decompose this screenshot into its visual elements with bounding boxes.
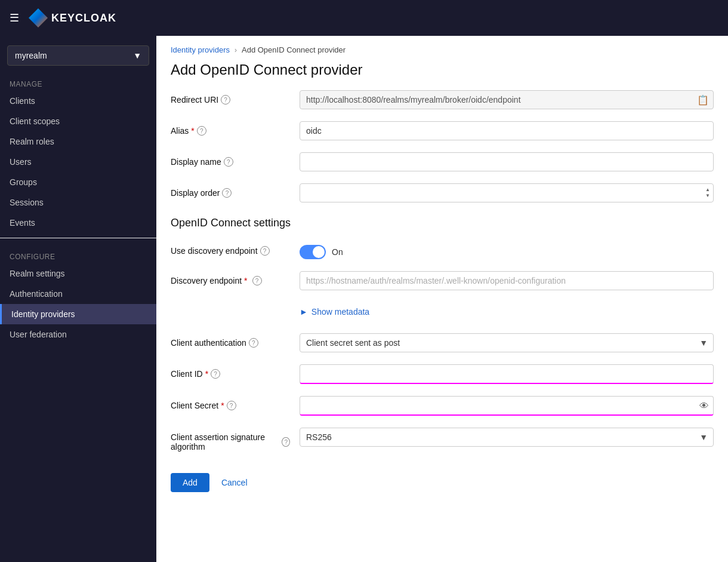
sidebar-item-client-scopes[interactable]: Client scopes xyxy=(0,111,156,131)
main-layout: myrealm ▼ Manage Clients Client scopes R… xyxy=(0,36,728,562)
sig-algo-control: RS256 RS384 RS512 ES256 ES384 ES512 ▼ xyxy=(300,428,714,447)
configure-section-label: Configure xyxy=(0,248,156,263)
sidebar-item-clients[interactable]: Clients xyxy=(0,91,156,111)
sidebar-item-users[interactable]: Users xyxy=(0,152,156,172)
toggle-wrap: On xyxy=(300,241,714,259)
client-secret-input-wrap: 👁 xyxy=(300,396,714,416)
events-label: Events xyxy=(10,218,35,228)
alias-row: Alias * ? xyxy=(171,121,714,140)
client-auth-row: Client authentication ? Client secret se… xyxy=(171,333,714,352)
copy-icon[interactable]: 📋 xyxy=(697,94,709,106)
show-metadata-link[interactable]: ► Show metadata xyxy=(300,302,714,321)
toggle-label: On xyxy=(332,247,343,257)
redirect-uri-help-icon[interactable]: ? xyxy=(221,95,230,105)
number-up-arrow[interactable]: ▲ xyxy=(704,187,711,193)
add-button[interactable]: Add xyxy=(171,473,209,492)
show-metadata-label: Show metadata xyxy=(311,307,369,317)
client-secret-row: Client Secret * ? 👁 xyxy=(171,396,714,416)
sidebar-item-sessions[interactable]: Sessions xyxy=(0,192,156,213)
use-discovery-control: On xyxy=(300,241,714,259)
form-area: Redirect URI ? 📋 Alias * ? xyxy=(156,90,728,516)
client-id-help-icon[interactable]: ? xyxy=(211,369,220,379)
sidebar-item-realm-settings[interactable]: Realm settings xyxy=(0,263,156,284)
sidebar-item-groups[interactable]: Groups xyxy=(0,172,156,192)
sidebar-item-realm-roles[interactable]: Realm roles xyxy=(0,131,156,152)
redirect-uri-row: Redirect URI ? 📋 xyxy=(171,90,714,109)
client-secret-input[interactable] xyxy=(300,396,714,416)
toggle-knob xyxy=(313,246,325,258)
sidebar-item-authentication[interactable]: Authentication xyxy=(0,284,156,304)
alias-help-icon[interactable]: ? xyxy=(197,126,206,136)
action-row: Add Cancel xyxy=(171,463,714,492)
logo-area: KEYCLOAK xyxy=(29,8,116,27)
use-discovery-help-icon[interactable]: ? xyxy=(260,246,270,256)
client-scopes-label: Client scopes xyxy=(10,116,60,126)
discovery-endpoint-control xyxy=(300,271,714,290)
sig-algo-label: Client assertion signature algorithm ? xyxy=(171,428,290,452)
display-name-help-icon[interactable]: ? xyxy=(224,157,233,167)
show-metadata-row: ► Show metadata xyxy=(171,302,714,321)
client-secret-label: Client Secret * ? xyxy=(171,396,290,410)
realm-selector[interactable]: myrealm ▼ xyxy=(7,45,149,66)
display-order-control: ▲ ▼ xyxy=(300,183,714,202)
use-discovery-label: Use discovery endpoint ? xyxy=(171,241,290,256)
breadcrumb-separator: › xyxy=(235,46,237,54)
display-order-input[interactable] xyxy=(300,183,714,202)
users-label: Users xyxy=(10,157,32,167)
sidebar-item-events[interactable]: Events xyxy=(0,213,156,233)
hamburger-icon[interactable]: ☰ xyxy=(10,11,19,24)
client-auth-control: Client secret sent as post Client secret… xyxy=(300,333,714,352)
display-name-control xyxy=(300,152,714,171)
use-discovery-row: Use discovery endpoint ? On xyxy=(171,241,714,259)
topbar: ☰ KEYCLOAK xyxy=(0,0,728,36)
redirect-uri-label: Redirect URI ? xyxy=(171,90,290,105)
sig-algo-select[interactable]: RS256 RS384 RS512 ES256 ES384 ES512 xyxy=(300,428,714,447)
number-down-arrow[interactable]: ▼ xyxy=(704,193,711,199)
sidebar-item-identity-providers[interactable]: Identity providers xyxy=(0,304,156,324)
discovery-endpoint-input[interactable] xyxy=(300,271,714,290)
redirect-uri-input-wrap: 📋 xyxy=(300,90,714,109)
display-order-label: Display order ? xyxy=(171,183,290,198)
display-name-input[interactable] xyxy=(300,152,714,171)
client-secret-help-icon[interactable]: ? xyxy=(227,401,236,410)
sig-algo-select-wrap: RS256 RS384 RS512 ES256 ES384 ES512 ▼ xyxy=(300,428,714,447)
chevron-right-icon: ► xyxy=(300,307,308,317)
breadcrumb-link[interactable]: Identity providers xyxy=(171,45,230,54)
display-name-row: Display name ? xyxy=(171,152,714,171)
alias-control xyxy=(300,121,714,140)
sig-algo-help-icon[interactable]: ? xyxy=(282,437,290,447)
content-area: Identity providers › Add OpenID Connect … xyxy=(156,36,728,562)
clients-label: Clients xyxy=(10,96,35,106)
client-auth-help-icon[interactable]: ? xyxy=(249,338,258,348)
client-auth-select[interactable]: Client secret sent as post Client secret… xyxy=(300,333,714,352)
logo-text: KEYCLOAK xyxy=(51,12,116,24)
discovery-endpoint-help-icon[interactable]: ? xyxy=(252,276,262,285)
client-id-input[interactable] xyxy=(300,364,714,384)
alias-label: Alias * ? xyxy=(171,121,290,136)
cancel-button[interactable]: Cancel xyxy=(219,473,250,492)
sig-algo-row: Client assertion signature algorithm ? R… xyxy=(171,428,714,452)
authentication-label: Authentication xyxy=(10,289,63,299)
alias-input[interactable] xyxy=(300,121,714,140)
redirect-uri-control: 📋 xyxy=(300,90,714,109)
sessions-label: Sessions xyxy=(10,198,44,207)
oidc-section-heading: OpenID Connect settings xyxy=(171,217,714,229)
client-id-row: Client ID * ? xyxy=(171,364,714,384)
manage-section-label: Manage xyxy=(0,75,156,91)
display-order-help-icon[interactable]: ? xyxy=(222,188,232,198)
use-discovery-toggle[interactable] xyxy=(300,245,326,259)
realm-dropdown-icon: ▼ xyxy=(133,51,141,60)
eye-icon[interactable]: 👁 xyxy=(699,401,709,411)
discovery-endpoint-row: Discovery endpoint * ? xyxy=(171,271,714,290)
realm-settings-label: Realm settings xyxy=(10,269,65,278)
client-auth-label: Client authentication ? xyxy=(171,333,290,348)
display-order-wrap: ▲ ▼ xyxy=(300,183,714,202)
show-metadata-spacer xyxy=(171,302,290,307)
redirect-uri-input xyxy=(300,90,714,109)
number-arrows: ▲ ▼ xyxy=(704,183,711,202)
sidebar-item-user-federation[interactable]: User federation xyxy=(0,324,156,345)
breadcrumb-current: Add OpenID Connect provider xyxy=(242,45,346,54)
realm-name: myrealm xyxy=(15,51,47,60)
page-title: Add OpenID Connect provider xyxy=(156,59,728,90)
identity-providers-label: Identity providers xyxy=(11,309,75,319)
